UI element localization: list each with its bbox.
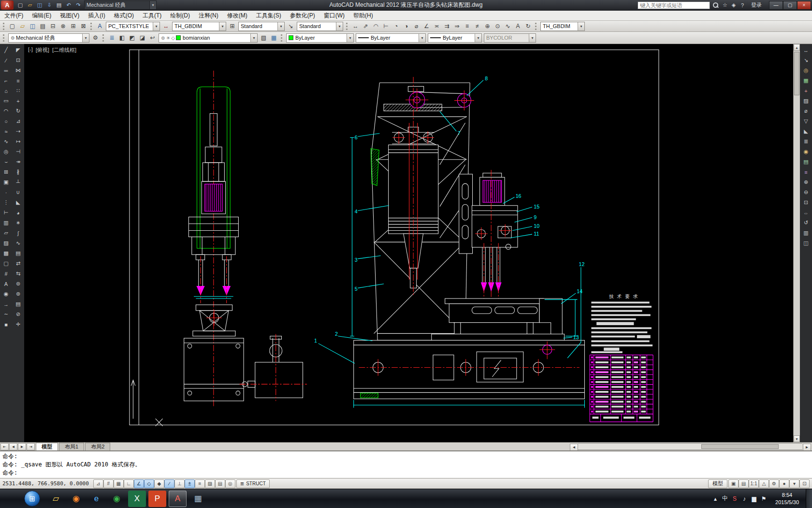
scroll-up-icon[interactable]: ▲ [794, 44, 800, 51]
align-icon[interactable]: ⇄ [13, 258, 24, 269]
menu-tools[interactable]: 工具(T) [138, 10, 166, 21]
favorites-star-icon[interactable]: ☆ [721, 1, 729, 10]
am-symbol-leader-icon[interactable]: ↘ [801, 55, 812, 65]
erase-icon[interactable]: ◤ [13, 45, 24, 55]
copy-icon[interactable]: ⊡ [13, 55, 24, 65]
am-bom-icon[interactable]: ≡ [801, 167, 812, 177]
polygon-icon[interactable]: ⌂ [1, 86, 12, 96]
action-center-icon[interactable]: ⚑ [759, 493, 768, 504]
layer-isolate-icon[interactable]: ◩ [127, 33, 137, 43]
tab-layout2[interactable]: 布局2 [85, 443, 110, 450]
toolbar-grip[interactable] [3, 23, 5, 30]
trim-icon[interactable]: ⊣ [13, 147, 24, 157]
horizontal-scroll-thumb[interactable] [701, 444, 779, 449]
dim-style-icon[interactable]: ↔ [161, 21, 171, 31]
text-style-dropdown[interactable]: PC_TEXTSTYLE ▾ [106, 22, 160, 31]
command-line[interactable]: 命令: 命令: _qsave 图形以 AutoCAD 2010 格式保存。 命令… [0, 450, 812, 478]
input-method-icon[interactable]: 中 [720, 493, 730, 504]
vertical-scroll-thumb[interactable] [794, 52, 799, 95]
maximize-button[interactable]: ▢ [783, 1, 797, 10]
dim-diameter-icon[interactable]: ⌀ [411, 21, 421, 31]
model-space-canvas[interactable]: [-] [俯视] [二维线框] .sw{stroke: [24, 44, 793, 442]
firefox-icon[interactable]: ◉ [67, 491, 85, 507]
make-block-icon[interactable]: ▣ [1, 177, 12, 187]
hide-icon[interactable]: ◫ [801, 238, 812, 248]
toolbar-grip[interactable] [346, 23, 348, 30]
tab-next-icon[interactable]: ► [18, 443, 26, 450]
struct-button[interactable]: ≣ STRUCT [236, 479, 270, 488]
workspace-settings-icon[interactable]: ⚙ [90, 33, 101, 43]
edit-hatch-icon[interactable]: ▤ [13, 248, 24, 258]
rectangle-icon[interactable]: ▭ [1, 96, 12, 106]
infer-constraints-toggle[interactable]: ⊿ [93, 479, 103, 488]
viewport-view-button[interactable]: [俯视] [36, 46, 49, 54]
sogou-icon[interactable]: S [730, 493, 740, 504]
am-centerline-icon[interactable]: + [801, 86, 812, 96]
qplot-icon[interactable]: ▤ [54, 1, 64, 10]
edit-spline-icon[interactable]: ∿ [13, 238, 24, 248]
ellipse-arc-icon[interactable]: ⌣ [1, 157, 12, 167]
center-mark-icon[interactable]: ⊙ [493, 21, 503, 31]
dim-style-control-dropdown[interactable]: TH_GBDIM ▾ [540, 22, 585, 31]
chamfer-icon[interactable]: ◣ [13, 197, 24, 208]
layer-unisolate-icon[interactable]: ◪ [137, 33, 147, 43]
annotation-scale-button[interactable]: 1:1 [749, 479, 759, 488]
osnap-3d-toggle[interactable]: ◆ [154, 479, 164, 488]
donut-icon[interactable]: ◉ [1, 289, 12, 299]
dim-break-icon[interactable]: ≠ [472, 21, 482, 31]
dim-update-icon[interactable]: ↻ [523, 21, 533, 31]
table-icon[interactable]: # [1, 269, 12, 279]
dim-style-dropdown[interactable]: TH_GBDIM ▾ [172, 22, 226, 31]
move-icon[interactable]: + [13, 96, 24, 106]
color-dropdown[interactable]: ByLayer ▾ [286, 33, 354, 43]
ducs-toggle[interactable]: ⊥ [174, 479, 185, 488]
viewport-visual-style-button[interactable]: [二维线框] [52, 46, 76, 54]
sketch-icon[interactable]: ∼ [1, 309, 12, 319]
ortho-toggle[interactable]: ∟ [124, 479, 134, 488]
dropdown-caret-icon[interactable]: ▾ [153, 22, 160, 30]
dropdown-caret-icon[interactable]: ▾ [347, 34, 353, 42]
application-menu-button[interactable]: A [1, 0, 14, 10]
network-icon[interactable]: ▆ [749, 493, 759, 504]
ellipse-icon[interactable]: ◎ [1, 147, 12, 157]
am-detail-icon[interactable]: ◉ [801, 147, 812, 157]
toolbar-grip[interactable] [535, 23, 537, 30]
start-button[interactable]: ⊞ [24, 491, 40, 507]
dropdown-caret-icon[interactable]: ▾ [219, 22, 226, 30]
mirror-icon[interactable]: ⋈ [13, 65, 24, 75]
linetype-dropdown[interactable]: ByLayer ▾ [356, 33, 426, 43]
dim-space-icon[interactable]: ≡ [462, 21, 472, 31]
workspace-qat-dropdown[interactable]: Mechanical 经典 ▾ [84, 0, 157, 10]
circle-icon[interactable]: ○ [1, 116, 12, 126]
stretch-icon[interactable]: ⇢ [13, 126, 24, 136]
gradient-icon[interactable]: ▩ [1, 248, 12, 258]
ie-icon[interactable]: e [87, 491, 105, 507]
snap-toggle[interactable]: # [103, 479, 114, 488]
menu-window[interactable]: 窗口(W) [319, 10, 349, 21]
explorer-icon[interactable]: ▱ [47, 491, 65, 507]
orbit-icon[interactable]: ↺ [801, 218, 812, 228]
measure-icon[interactable]: ⊢ [1, 208, 12, 218]
arc-icon[interactable]: ◠ [1, 106, 12, 116]
tab-prev-icon[interactable]: ◄ [9, 443, 17, 450]
communication-center-icon[interactable]: ◈ [729, 1, 738, 10]
dim-aligned-icon[interactable]: ⇗ [361, 21, 371, 31]
edit-polyline-icon[interactable]: ∫ [13, 228, 24, 238]
scroll-right-icon[interactable]: ► [803, 444, 811, 451]
explode-icon[interactable]: ∗ [13, 218, 24, 228]
search-icon[interactable] [711, 1, 719, 9]
dim-radius-icon[interactable]: ◔ [391, 21, 401, 31]
open-icon[interactable]: ▱ [17, 21, 28, 31]
menu-draw[interactable]: 绘制(D) [166, 10, 194, 21]
mleader-style-dropdown[interactable]: Standard ▾ [297, 22, 343, 31]
rotate-icon[interactable]: ↻ [13, 106, 24, 116]
tab-layout1[interactable]: 布局1 [59, 443, 84, 450]
volume-icon[interactable]: ♪ [740, 493, 749, 504]
undo-icon[interactable]: ↶ [64, 1, 73, 10]
qsaveas-icon[interactable]: ⇩ [44, 1, 54, 10]
qopen-icon[interactable]: ▱ [25, 1, 35, 10]
command-prompt[interactable]: 命令: [2, 469, 810, 477]
dim-arc-icon[interactable]: ◠ [371, 21, 381, 31]
toolbar-grip[interactable] [102, 34, 105, 42]
point-icon[interactable]: · [1, 187, 12, 197]
